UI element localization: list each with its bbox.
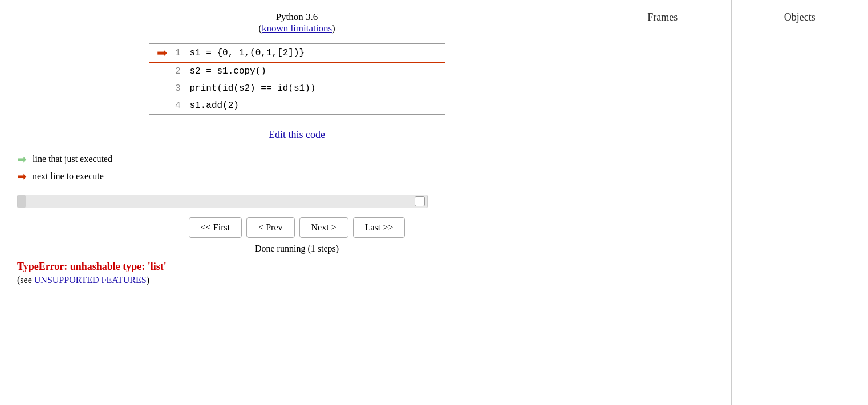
legend-green-label: line that just executed (33, 154, 112, 164)
line-number-4: 4 (169, 100, 185, 111)
python-version: Python 3.6 (276, 11, 318, 22)
legend-red-label: next line to execute (33, 171, 104, 181)
unsupported-features-link[interactable]: UNSUPPORTED FEATURES (34, 275, 147, 285)
code-line-1: ➡ 1 s1 = {0, 1,(0,1,[2])} (149, 44, 445, 63)
error-note: (see UNSUPPORTED FEATURES) (17, 275, 577, 285)
error-note-prefix: (see (17, 275, 34, 285)
nav-buttons: << First < Prev Next > Last >> (17, 217, 577, 238)
line-code-2: s2 = s1.copy() (185, 64, 445, 79)
header-section: Python 3.6 (known limitations) (17, 11, 577, 34)
code-line-3: 3 print(id(s2) == id(s1)) (149, 80, 445, 97)
error-main: TypeError: unhashable type: 'list' (17, 261, 577, 273)
progress-bar[interactable] (17, 195, 428, 208)
line-number-3: 3 (169, 83, 185, 94)
code-line-2: 2 s2 = s1.copy() (149, 63, 445, 80)
progress-section (17, 195, 577, 208)
edit-link-section: Edit this code (17, 129, 577, 141)
error-note-suffix: ) (147, 275, 149, 285)
red-arrow-icon: ➡ (157, 47, 167, 59)
line-number-2: 2 (169, 66, 185, 76)
python-version-title: Python 3.6 (17, 11, 577, 23)
code-line-4: 4 s1.add(2) (149, 97, 445, 114)
line-code-3: print(id(s2) == id(s1)) (185, 81, 445, 96)
last-button[interactable]: Last >> (353, 217, 405, 238)
legend-red: ➡ next line to execute (17, 169, 577, 183)
code-rows-container: ➡ 1 s1 = {0, 1,(0,1,[2])} 2 s2 = s1.copy… (149, 43, 445, 115)
progress-fill (18, 195, 26, 208)
first-button[interactable]: << First (189, 217, 242, 238)
objects-panel: Objects (732, 0, 869, 405)
next-button[interactable]: Next > (299, 217, 348, 238)
progress-handle (415, 196, 425, 206)
error-section: TypeError: unhashable type: 'list' (see … (17, 261, 577, 285)
known-limitations-row: (known limitations) (17, 23, 577, 34)
known-limitations-link[interactable]: known limitations (262, 23, 332, 34)
legend-green-arrow-icon: ➡ (17, 152, 27, 166)
line-1-arrow: ➡ (149, 47, 169, 59)
edit-code-link[interactable]: Edit this code (269, 129, 325, 140)
objects-header: Objects (743, 11, 857, 23)
main-layout: Python 3.6 (known limitations) ➡ 1 s1 = … (0, 0, 868, 405)
paren-close: ) (332, 23, 335, 33)
frames-panel: Frames (594, 0, 732, 405)
right-panel: Frames Objects (594, 0, 868, 405)
legend-green: ➡ line that just executed (17, 152, 577, 166)
line-code-4: s1.add(2) (185, 98, 445, 113)
legend-section: ➡ line that just executed ➡ next line to… (17, 152, 577, 183)
legend-red-arrow-icon: ➡ (17, 169, 27, 183)
line-number-1: 1 (169, 48, 185, 58)
code-block-wrapper: ➡ 1 s1 = {0, 1,(0,1,[2])} 2 s2 = s1.copy… (17, 43, 577, 115)
frames-header: Frames (606, 11, 720, 23)
left-panel: Python 3.6 (known limitations) ➡ 1 s1 = … (0, 0, 594, 405)
status-text: Done running (1 steps) (17, 244, 577, 254)
prev-button[interactable]: < Prev (246, 217, 294, 238)
line-code-1: s1 = {0, 1,(0,1,[2])} (185, 46, 445, 60)
